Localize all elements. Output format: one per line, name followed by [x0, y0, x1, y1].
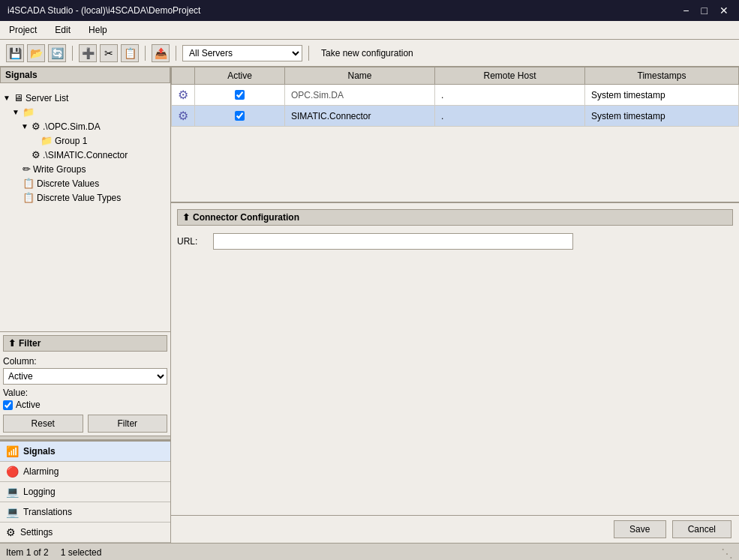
row1-icon-cell: ⚙ — [172, 85, 195, 106]
filter-collapse-icon: ⬆ — [8, 338, 16, 349]
filter-column-row: Column: Active Name Remote Host Timestam… — [3, 356, 167, 385]
toolbar-btn-5[interactable]: ✂ — [100, 44, 118, 62]
filter-checkbox-row: Active — [3, 400, 167, 410]
discrete-value-types-label: Discrete Value Types — [37, 193, 121, 203]
filter-active-checkbox[interactable] — [3, 400, 13, 410]
bottom-nav: 📶 Signals 🔴 Alarming 💻 Logging 💻 Transla… — [0, 440, 170, 543]
tree-item-simatic[interactable]: ⚙ .\SIMATIC.Connector — [3, 148, 167, 162]
url-input[interactable] — [213, 233, 573, 250]
th-active[interactable]: Active — [195, 67, 285, 85]
th-remote-host[interactable]: Remote Host — [435, 67, 585, 85]
filter-value-label: Value: — [3, 388, 167, 398]
minimize-button[interactable]: − — [680, 4, 692, 16]
filter-column-label: Column: — [3, 356, 167, 367]
tree-item-opc-sim[interactable]: ▼ ⚙ .\OPC.Sim.DA — [3, 119, 167, 133]
th-name[interactable]: Name — [285, 67, 435, 85]
row1-active-cell[interactable] — [195, 85, 285, 106]
th-timestamps[interactable]: Timestamps — [585, 67, 739, 85]
toolbar-btn-4[interactable]: ➕ — [79, 44, 97, 62]
row2-active-cell[interactable] — [195, 106, 285, 127]
title-bar: i4SCADA Studio - (local)\i4SCADA\DemoPro… — [0, 0, 739, 21]
toolbar: 💾 📂 🔄 ➕ ✂ 📋 📤 All Servers Take new confi… — [0, 40, 739, 67]
row2-icon-cell: ⚙ — [172, 106, 195, 127]
translations-nav-icon: 💻 — [6, 506, 19, 518]
connector-config: ⬆ Connector Configuration URL: — [171, 202, 739, 515]
filter-header[interactable]: ⬆ Filter — [3, 335, 167, 352]
tree-item-write-groups[interactable]: ✏ Write Groups — [3, 162, 167, 176]
opc-sim-icon: ⚙ — [32, 121, 41, 132]
resize-grip-icon: ⋱ — [721, 547, 733, 560]
tree-item-server-list[interactable]: ▼ 🖥 Server List — [3, 91, 167, 105]
toolbar-sep-4 — [308, 46, 309, 61]
nav-translations-label: Translations — [23, 507, 72, 517]
main-layout: Signals ▼ 🖥 Server List ▼ 📁 ▼ ⚙ .\OPC.Si… — [0, 67, 739, 543]
discrete-value-types-icon: 📋 — [23, 192, 35, 203]
tree-item-opc-root[interactable]: ▼ 📁 — [3, 105, 167, 119]
connector-icon-1: ⚙ — [178, 88, 188, 101]
url-label: URL: — [177, 236, 207, 247]
toolbar-btn-2[interactable]: 📂 — [27, 44, 45, 62]
filter-value-row: Value: Active — [3, 388, 167, 410]
status-bar: Item 1 of 2 1 selected ⋱ — [0, 543, 739, 560]
filter-buttons: Reset Filter — [3, 415, 167, 433]
reset-button[interactable]: Reset — [3, 415, 83, 433]
toolbar-sep-1 — [72, 46, 73, 61]
toolbar-btn-3[interactable]: 🔄 — [48, 44, 66, 62]
connector-config-header[interactable]: ⬆ Connector Configuration — [177, 209, 733, 226]
toolbar-btn-7[interactable]: 📤 — [152, 44, 170, 62]
cancel-button[interactable]: Cancel — [672, 520, 731, 538]
row1-active-checkbox[interactable] — [235, 90, 245, 100]
write-groups-icon: ✏ — [23, 163, 31, 175]
tree-header[interactable]: Signals — [0, 67, 170, 83]
row1-name-cell[interactable]: OPC.Sim.DA — [285, 85, 435, 106]
tree-header-label: Signals — [5, 70, 38, 80]
signals-nav-icon: 📶 — [6, 445, 19, 457]
tree-item-group1[interactable]: 📁 Group 1 — [3, 133, 167, 148]
simatic-label: .\SIMATIC.Connector — [43, 150, 128, 160]
filter-section: ⬆ Filter Column: Active Name Remote Host… — [0, 331, 170, 436]
nav-logging-label: Logging — [23, 487, 56, 497]
opc-root-icon: 📁 — [23, 106, 35, 118]
toolbar-sep-3 — [176, 46, 176, 61]
tree-arrow-discrete-values — [12, 179, 21, 187]
row2-name-cell[interactable]: SIMATIC.Connector — [285, 106, 435, 127]
group1-label: Group 1 — [55, 136, 87, 146]
menu-project[interactable]: Project — [6, 23, 40, 37]
nav-signals-label: Signals — [23, 446, 56, 457]
filter-column-select[interactable]: Active Name Remote Host Timestamps — [3, 368, 167, 385]
row1-remote-host-cell: . — [435, 85, 585, 106]
nav-item-alarming[interactable]: 🔴 Alarming — [0, 462, 170, 482]
tree-item-discrete-values[interactable]: 📋 Discrete Values — [3, 176, 167, 190]
menu-edit[interactable]: Edit — [52, 23, 74, 37]
nav-item-translations[interactable]: 💻 Translations — [0, 502, 170, 523]
save-button[interactable]: Save — [614, 520, 666, 538]
server-selector[interactable]: All Servers — [182, 45, 302, 61]
title-bar-controls: − □ ✕ — [680, 4, 731, 16]
tree-arrow-write-groups — [12, 165, 21, 173]
tree-area[interactable]: ▼ 🖥 Server List ▼ 📁 ▼ ⚙ .\OPC.Sim.DA 📁 — [0, 88, 170, 331]
row2-active-checkbox[interactable] — [235, 111, 245, 121]
filter-button[interactable]: Filter — [88, 415, 168, 433]
connector-icon-2: ⚙ — [178, 109, 188, 122]
menu-bar: Project Edit Help — [0, 21, 739, 40]
table-row[interactable]: ⚙ OPC.Sim.DA . System timestamp — [172, 85, 739, 106]
close-button[interactable]: ✕ — [716, 4, 731, 16]
th-connector-icon — [172, 67, 195, 85]
menu-help[interactable]: Help — [86, 23, 110, 37]
tree-item-discrete-value-types[interactable]: 📋 Discrete Value Types — [3, 190, 167, 205]
toolbar-btn-6[interactable]: 📋 — [121, 44, 139, 62]
url-config-row: URL: — [177, 233, 733, 250]
simatic-icon: ⚙ — [32, 149, 41, 160]
toolbar-btn-1[interactable]: 💾 — [6, 44, 24, 62]
group1-icon: 📁 — [41, 135, 53, 146]
tree-arrow-group1 — [30, 136, 39, 145]
nav-item-signals[interactable]: 📶 Signals — [0, 442, 170, 462]
maximize-button[interactable]: □ — [698, 4, 710, 16]
table-row[interactable]: ⚙ SIMATIC.Connector . System timestamp — [172, 106, 739, 127]
nav-item-settings[interactable]: ⚙ Settings — [0, 523, 170, 543]
title-bar-title: i4SCADA Studio - (local)\i4SCADA\DemoPro… — [8, 5, 200, 16]
tree-arrow-opc-root: ▼ — [12, 108, 21, 116]
item-count: Item 1 of 2 — [6, 547, 49, 558]
nav-item-logging[interactable]: 💻 Logging — [0, 482, 170, 502]
opc-sim-label: .\OPC.Sim.DA — [43, 121, 101, 132]
